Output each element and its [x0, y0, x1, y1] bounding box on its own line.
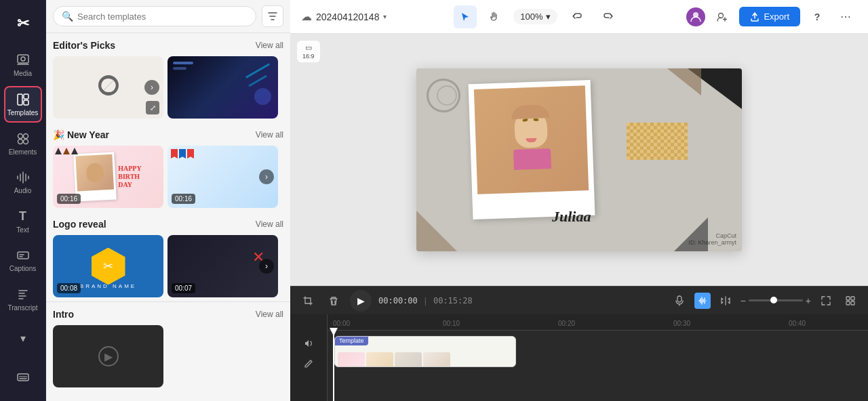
template-card-in1[interactable]: ▶ [53, 325, 163, 387]
search-input-wrapper[interactable]: 🔍 [53, 6, 256, 26]
ep1-nav-arrow[interactable]: › [144, 80, 159, 95]
logo-hex-shape: ✂ [92, 248, 125, 285]
zoom-slider-thumb [770, 297, 777, 303]
clip-thumbnails [335, 346, 453, 367]
scissors-icon: ✂ [16, 16, 31, 31]
top-toolbar: ☁ 202404120148 ▾ 100% ▾ [290, 0, 868, 34]
sidebar-logo[interactable]: ✂ [4, 5, 42, 42]
select-tool-button[interactable] [454, 5, 477, 28]
zoom-slider-track[interactable] [749, 299, 803, 301]
zoom-level: 100% [520, 12, 542, 22]
track-clips: Template [328, 331, 868, 401]
undo-button[interactable] [566, 5, 589, 28]
intro-grid: ▶ [53, 325, 283, 387]
timeline-crop-button[interactable] [298, 291, 317, 310]
sidebar-item-audio[interactable]: Audio [4, 164, 42, 200]
add-user-icon [717, 12, 728, 22]
ruler-mark-4: 00:40 [789, 320, 806, 327]
template-card-lr2[interactable]: ✕ 00:07 › [167, 235, 278, 297]
expand-icon: ⤢ [146, 101, 159, 114]
sidebar-item-media[interactable]: Media [4, 47, 42, 84]
template-card-ep2[interactable] [167, 56, 278, 119]
lr1-duration: 00:08 [57, 283, 81, 293]
search-magnifier-icon: 🔍 [62, 11, 73, 22]
waveform-icon [698, 296, 707, 305]
new-year-grid: HAPPYBIRTHDAY 00:16 00:16 › [53, 146, 283, 208]
logo-reveal-title: Logo reveal [53, 219, 106, 230]
svg-point-8 [23, 139, 28, 144]
layout-toggle-button[interactable] [841, 291, 860, 310]
split-button[interactable] [716, 291, 735, 310]
aspect-ratio-button[interactable]: ▭ 16:9 [297, 41, 320, 62]
sidebar-item-text[interactable]: T Text [4, 203, 42, 240]
sidebar-item-elements[interactable]: Elements [4, 125, 42, 162]
export-icon [750, 12, 760, 22]
sidebar-item-label-captions: Captions [9, 265, 36, 272]
template-card-lr1[interactable]: ✂ BRAND NAME 00:08 [53, 235, 163, 297]
export-button[interactable]: Export [739, 7, 800, 26]
main-area: ☁ 202404120148 ▾ 100% ▾ [290, 0, 868, 401]
play-icon: ▶ [357, 295, 365, 306]
svg-point-7 [18, 139, 22, 144]
more-options-button[interactable]: ⋯ [834, 5, 857, 28]
volume-icon [304, 339, 313, 348]
filter-button[interactable] [262, 5, 283, 27]
clip-thumb-3 [395, 352, 422, 367]
editors-picks-header: Editor's Picks View all [53, 40, 283, 51]
capcut-logo-icon [95, 72, 122, 104]
editors-picks-view-all[interactable]: View all [256, 41, 283, 50]
canvas-polaroid [469, 80, 595, 219]
logo-reveal-section: Logo reveal View all ✂ BRAND NAME 00:08 … [46, 212, 290, 301]
logo-reveal-view-all[interactable]: View all [256, 219, 283, 229]
ny2-nav-arrow[interactable]: › [259, 169, 274, 184]
template-card-ny2[interactable]: 00:16 › [167, 146, 278, 208]
help-icon: ? [814, 12, 821, 22]
aspect-ratio-icon: ▭ [305, 43, 312, 52]
timeline-tracks: 00:00 00:10 00:20 00:30 00:40 Template [290, 314, 868, 401]
lr2-nav-arrow[interactable]: › [259, 259, 274, 274]
svg-point-1 [21, 57, 25, 61]
sidebar-item-templates[interactable]: Templates [4, 86, 42, 123]
add-user-button[interactable] [711, 5, 734, 28]
play-button[interactable]: ▶ [350, 290, 372, 312]
timeline-delete-button[interactable] [324, 291, 343, 310]
template-card-ep1[interactable]: ⤢ › [53, 56, 163, 119]
track-edit-button[interactable] [300, 355, 317, 373]
zoom-control[interactable]: 100% ▾ [513, 9, 557, 24]
track-volume-button[interactable] [300, 335, 317, 352]
templates-panel: 🔍 Editor's Picks View all ⤢ › [46, 0, 290, 401]
sidebar-collapse-btn[interactable]: ▾ [4, 320, 42, 357]
filter-icon [268, 12, 277, 21]
template-clip[interactable]: Template [334, 336, 516, 367]
sidebar-item-transcript[interactable]: Transcript [4, 281, 42, 318]
redo-button[interactable] [597, 5, 620, 28]
logo-reveal-grid: ✂ BRAND NAME 00:08 ✕ 00:07 › [53, 235, 283, 297]
waveform-button[interactable] [694, 293, 711, 309]
sidebar-keyboard-btn[interactable] [4, 359, 42, 396]
chevron-down-icon: ▾ [16, 331, 31, 346]
intro-header: Intro View all [53, 309, 283, 320]
ny1-duration: 00:16 [57, 194, 81, 204]
clip-thumb-1 [338, 352, 365, 367]
sidebar-item-label-text: Text [16, 226, 28, 234]
help-button[interactable]: ? [806, 5, 829, 28]
editors-picks-section: Editor's Picks View all ⤢ › [46, 33, 290, 123]
sidebar-item-captions[interactable]: Captions [4, 242, 42, 279]
intro-view-all[interactable]: View all [256, 310, 283, 319]
mic-button[interactable] [670, 291, 689, 310]
project-dropdown-arrow[interactable]: ▾ [383, 13, 387, 20]
new-year-view-all[interactable]: View all [256, 130, 283, 140]
polaroid-photo [474, 85, 589, 194]
aspect-ratio-label: 16:9 [302, 53, 315, 60]
hand-tool-button[interactable] [482, 5, 505, 28]
crop-icon [302, 295, 313, 306]
zoom-slider[interactable]: − + [741, 295, 811, 306]
search-input[interactable] [77, 12, 248, 22]
expand-icon [821, 295, 831, 306]
project-name-area: ☁ 202404120148 ▾ [301, 10, 387, 23]
intro-section: Intro View all ▶ [46, 301, 290, 392]
playhead[interactable] [333, 331, 334, 401]
fullscreen-timeline-button[interactable] [816, 291, 835, 310]
template-card-ny1[interactable]: HAPPYBIRTHDAY 00:16 [53, 146, 163, 208]
media-icon [16, 53, 31, 68]
